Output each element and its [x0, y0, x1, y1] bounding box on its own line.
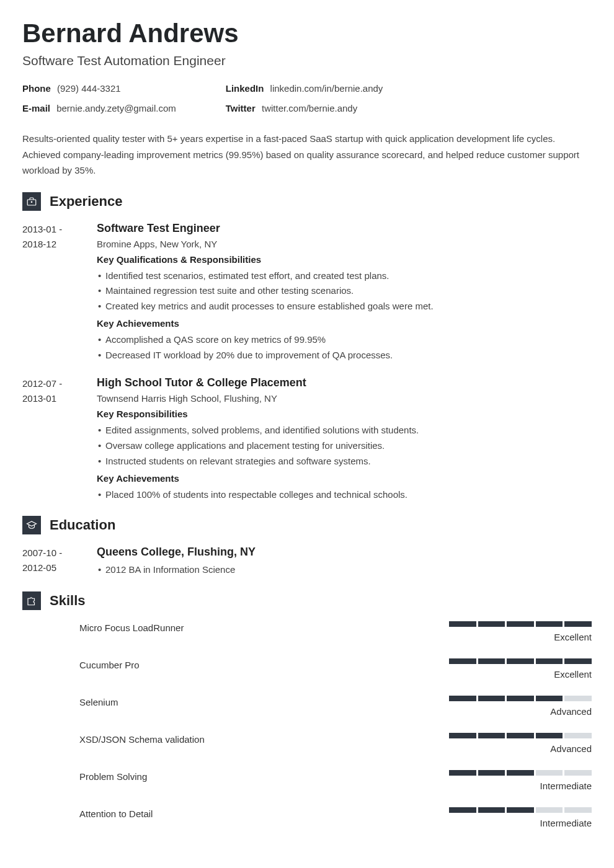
- job-title: Software Test Automation Engineer: [22, 53, 592, 68]
- contact-twitter: Twitter twitter.com/bernie.andy: [226, 103, 383, 113]
- skills-list: Micro Focus LoadRunnerExcellentCucumber …: [22, 621, 592, 828]
- entry-subtitle: Bromine Apps, New York, NY: [97, 239, 592, 249]
- list-item: Placed 100% of students into respectable…: [97, 487, 592, 503]
- skill-segment: [449, 658, 476, 664]
- skill-meter: Advanced: [449, 733, 592, 754]
- name-heading: Bernard Andrews: [22, 19, 592, 48]
- entry-list: Placed 100% of students into respectable…: [97, 487, 592, 503]
- contact-linkedin: LinkedIn linkedin.com/in/bernie.andy: [226, 83, 383, 94]
- list-item: Instructed students on relevant strategi…: [97, 454, 592, 469]
- skill-bar: [449, 621, 592, 627]
- entry-heading: Key Achievements: [97, 318, 592, 329]
- skill-meter: Intermediate: [449, 770, 592, 791]
- entry-list: Identified test scenarios, estimated tes…: [97, 268, 592, 314]
- skill-level: Advanced: [449, 706, 592, 717]
- skill-segment: [449, 807, 476, 813]
- skill-name: Selenium: [79, 696, 449, 707]
- contact-value: twitter.com/bernie.andy: [262, 103, 357, 113]
- skill-segment: [449, 621, 476, 627]
- contact-label: Phone: [22, 83, 51, 94]
- skill-segment: [478, 807, 505, 813]
- entry-title: High School Tutor & College Placement: [97, 376, 592, 389]
- skill-segment: [478, 696, 505, 701]
- list-item: Decreased IT workload by 20% due to impr…: [97, 348, 592, 363]
- list-item: Created key metrics and audit processes …: [97, 299, 592, 314]
- skill-segment: [564, 733, 592, 738]
- summary-text: Results-oriented quality tester with 5+ …: [22, 131, 592, 179]
- contact-value: linkedin.com/in/bernie.andy: [270, 83, 383, 94]
- entry-dates: 2007-10 -2012-05: [22, 546, 78, 578]
- skill-level: Excellent: [449, 632, 592, 642]
- skill-segment: [536, 807, 563, 813]
- skill-segment: [478, 658, 505, 664]
- skill-segment: [507, 733, 534, 738]
- skill-segment: [536, 658, 563, 664]
- skill-segment: [536, 733, 563, 738]
- skill-row: Micro Focus LoadRunnerExcellent: [79, 621, 592, 642]
- skill-segment: [536, 621, 563, 627]
- skill-name: Cucumber Pro: [79, 658, 449, 670]
- skill-segment: [449, 770, 476, 776]
- graduation-cap-icon: [22, 516, 41, 534]
- skill-segment: [564, 807, 592, 813]
- skill-segment: [478, 733, 505, 738]
- entry-title: Software Test Engineer: [97, 222, 592, 235]
- skill-meter: Advanced: [449, 696, 592, 717]
- contact-label: E-mail: [22, 103, 50, 113]
- experience-entry: 2012-07 -2013-01High School Tutor & Coll…: [22, 376, 592, 502]
- skill-row: Attention to DetailIntermediate: [79, 807, 592, 828]
- svg-point-1: [31, 202, 32, 203]
- contact-email: E-mail bernie.andy.zety@gmail.com: [22, 103, 176, 113]
- skill-row: SeleniumAdvanced: [79, 696, 592, 717]
- entry-dates: 2012-07 -2013-01: [22, 376, 78, 502]
- skill-meter: Intermediate: [449, 807, 592, 828]
- entry-list: Edited assignments, solved problems, and…: [97, 423, 592, 469]
- entry-title: Queens College, Flushing, NY: [97, 546, 592, 559]
- skill-segment: [507, 807, 534, 813]
- section-header-skills: Skills: [22, 591, 592, 610]
- experience-entry: 2013-01 -2018-12Software Test EngineerBr…: [22, 222, 592, 363]
- entry-subtitle: Townsend Harris High School, Flushing, N…: [97, 393, 592, 404]
- skill-bar: [449, 807, 592, 813]
- skill-meter: Excellent: [449, 658, 592, 680]
- skill-segment: [564, 621, 592, 627]
- contact-value: bernie.andy.zety@gmail.com: [56, 103, 176, 113]
- list-item: Oversaw college applications and placeme…: [97, 438, 592, 454]
- entry-heading: Key Responsibilities: [97, 409, 592, 419]
- skill-segment: [564, 696, 592, 701]
- skill-name: Attention to Detail: [79, 807, 449, 819]
- section-title: Skills: [50, 593, 85, 609]
- education-entry: 2007-10 -2012-05Queens College, Flushing…: [22, 546, 592, 578]
- skill-meter: Excellent: [449, 621, 592, 642]
- skill-row: Problem SolvingIntermediate: [79, 770, 592, 791]
- skill-segment: [564, 658, 592, 664]
- experience-entries: 2013-01 -2018-12Software Test EngineerBr…: [22, 222, 592, 503]
- contact-phone: Phone (929) 444-3321: [22, 83, 176, 94]
- contact-grid: Phone (929) 444-3321 E-mail bernie.andy.…: [22, 83, 592, 113]
- contact-col-left: Phone (929) 444-3321 E-mail bernie.andy.…: [22, 83, 176, 113]
- entry-list: Accomplished a QAS score on key metrics …: [97, 332, 592, 363]
- skill-segment: [449, 733, 476, 738]
- contact-label: LinkedIn: [226, 83, 264, 94]
- skill-bar: [449, 770, 592, 776]
- skill-segment: [449, 696, 476, 701]
- skill-bar: [449, 696, 592, 701]
- list-item: 2012 BA in Information Science: [97, 562, 592, 578]
- skill-level: Intermediate: [449, 781, 592, 791]
- list-item: Identified test scenarios, estimated tes…: [97, 268, 592, 284]
- contact-col-right: LinkedIn linkedin.com/in/bernie.andy Twi…: [226, 83, 383, 113]
- skill-level: Excellent: [449, 669, 592, 680]
- skill-segment: [536, 770, 563, 776]
- skill-segment: [564, 770, 592, 776]
- skill-name: Problem Solving: [79, 770, 449, 782]
- entry-body: Queens College, Flushing, NY2012 BA in I…: [97, 546, 592, 578]
- list-item: Accomplished a QAS score on key metrics …: [97, 332, 592, 348]
- entry-body: Software Test EngineerBromine Apps, New …: [97, 222, 592, 363]
- entry-heading: Key Achievements: [97, 473, 592, 484]
- skill-segment: [507, 621, 534, 627]
- section-header-experience: Experience: [22, 192, 592, 211]
- education-entries: 2007-10 -2012-05Queens College, Flushing…: [22, 546, 592, 578]
- section-title: Education: [50, 517, 115, 533]
- list-item: Edited assignments, solved problems, and…: [97, 423, 592, 438]
- briefcase-icon: [22, 192, 41, 211]
